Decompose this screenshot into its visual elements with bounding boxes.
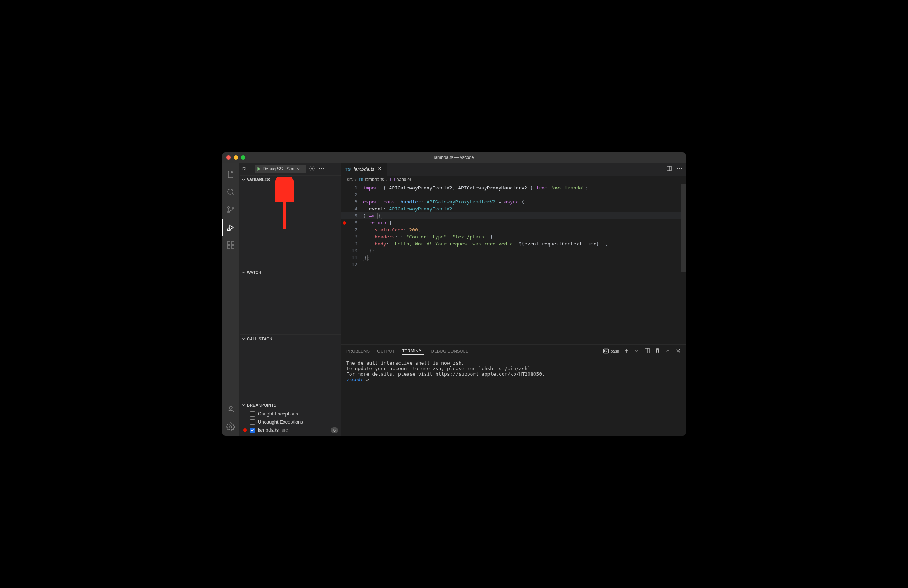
variables-label: VARIABLES — [247, 177, 270, 182]
editor-more-button[interactable] — [676, 166, 683, 173]
code-line[interactable]: 12 — [341, 261, 686, 268]
line-number: 2 — [348, 192, 363, 198]
callstack-section-header[interactable]: CALL STACK — [240, 335, 341, 343]
code-line[interactable]: 1import { APIGatewayProxyEventV2, APIGat… — [341, 184, 686, 191]
svg-point-12 — [230, 426, 232, 428]
close-icon — [377, 166, 382, 171]
minimap[interactable] — [681, 184, 686, 345]
code-line[interactable]: 9 body: `Hello, World! Your request was … — [341, 240, 686, 247]
code-line[interactable]: 6 return { — [341, 219, 686, 226]
chevron-down-icon — [241, 403, 246, 408]
close-window-button[interactable] — [226, 155, 231, 160]
checkbox[interactable] — [250, 428, 255, 433]
watch-section-header[interactable]: WATCH — [240, 268, 341, 276]
split-terminal-button[interactable] — [644, 348, 650, 354]
bp-caught-label: Caught Exceptions — [258, 411, 298, 417]
terminal-body[interactable]: The default interactive shell is now zsh… — [341, 357, 686, 436]
activity-settings[interactable] — [222, 418, 240, 436]
bc-folder[interactable]: src — [347, 177, 353, 182]
search-icon — [226, 188, 235, 197]
line-number: 6 — [348, 220, 363, 226]
split-editor-button[interactable] — [666, 166, 672, 173]
chevron-up-icon — [665, 348, 671, 354]
kill-terminal-button[interactable] — [655, 348, 660, 354]
sidebar-title: RU… — [243, 167, 253, 171]
activity-account[interactable] — [222, 400, 240, 418]
extensions-icon — [226, 241, 235, 250]
svg-point-2 — [227, 207, 229, 208]
panel-tab-problems[interactable]: PROBLEMS — [346, 347, 370, 355]
launch-config-selector[interactable]: Debug SST Star — [254, 165, 306, 173]
activity-scm[interactable] — [222, 201, 240, 219]
minimize-window-button[interactable] — [233, 155, 238, 160]
code-line[interactable]: 3export const handler: APIGatewayProxyHa… — [341, 198, 686, 205]
activity-explorer[interactable] — [222, 166, 240, 183]
svg-point-19 — [677, 168, 678, 169]
code-line[interactable]: 11}; — [341, 254, 686, 261]
line-number: 7 — [348, 227, 363, 232]
terminal-line: To update your account to use zsh, pleas… — [346, 366, 681, 371]
account-icon — [226, 405, 235, 414]
scrollbar-thumb[interactable] — [681, 184, 686, 272]
panel-tab-terminal[interactable]: TERMINAL — [402, 347, 424, 355]
checkbox[interactable] — [250, 419, 255, 425]
code-line[interactable]: 5) => { — [341, 212, 686, 219]
breakpoints-label: BREAKPOINTS — [247, 403, 276, 408]
terminal-line: For more details, please visit https://s… — [346, 371, 681, 377]
editor-tab-actions — [666, 163, 686, 176]
terminal-shell-picker[interactable]: bash — [603, 348, 619, 354]
branch-icon — [226, 205, 235, 214]
code-line[interactable]: 10 }; — [341, 247, 686, 254]
maximize-panel-button[interactable] — [665, 348, 671, 354]
chevron-down-icon — [634, 348, 640, 354]
editor-tabs: TS lambda.ts — [341, 163, 686, 176]
code-line[interactable]: 2 — [341, 191, 686, 198]
bp-item[interactable]: lambda.ts src 6 — [250, 426, 338, 434]
breakpoint-dot-icon — [243, 428, 247, 432]
bp-uncaught-exceptions[interactable]: Uncaught Exceptions — [250, 418, 338, 426]
terminal-dropdown[interactable] — [634, 348, 640, 354]
activity-extensions[interactable] — [222, 236, 240, 254]
lang-badge: TS — [346, 167, 351, 171]
activity-debug[interactable] — [222, 219, 240, 236]
zoom-window-button[interactable] — [241, 155, 245, 160]
panel-tab-output[interactable]: OUTPUT — [377, 347, 395, 355]
open-launch-json-button[interactable] — [308, 165, 316, 173]
chevron-right-icon: › — [386, 177, 388, 182]
activity-search[interactable] — [222, 183, 240, 201]
code-editor[interactable]: 1import { APIGatewayProxyEventV2, APIGat… — [341, 184, 686, 345]
ellipsis-icon — [319, 166, 325, 171]
bc-file[interactable]: TS lambda.ts — [359, 177, 384, 182]
breakpoints-body: Caught Exceptions Uncaught Exceptions la… — [240, 409, 341, 436]
checkbox[interactable] — [250, 411, 255, 417]
debug-more-button[interactable] — [318, 165, 325, 173]
panel-tab-debugconsole[interactable]: DEBUG CONSOLE — [431, 347, 468, 355]
files-icon — [226, 170, 235, 179]
breakpoint-icon[interactable] — [343, 221, 346, 225]
titlebar[interactable]: lambda.ts — vscode — [222, 152, 686, 163]
variables-section-header[interactable]: VARIABLES — [240, 176, 341, 184]
bc-symbol[interactable]: handler — [390, 177, 411, 182]
code-line[interactable]: 8 headers: { "Content-Type": "text/plain… — [341, 233, 686, 240]
run-debug-sidebar: RU… Debug SST Star VARIABLES — [240, 163, 341, 436]
breakpoints-section-header[interactable]: BREAKPOINTS — [240, 401, 341, 409]
svg-point-21 — [681, 168, 682, 169]
plus-icon — [624, 348, 629, 354]
chevron-down-icon — [241, 177, 246, 182]
close-tab-button[interactable] — [377, 166, 382, 172]
bp-caught-exceptions[interactable]: Caught Exceptions — [250, 410, 338, 418]
line-number: 4 — [348, 206, 363, 211]
code-line[interactable]: 4 event: APIGatewayProxyEventV2 — [341, 205, 686, 212]
method-icon — [390, 177, 395, 182]
terminal-prompt[interactable]: vscode > — [346, 377, 681, 382]
close-panel-button[interactable] — [675, 348, 681, 354]
ts-icon: TS — [359, 178, 364, 182]
svg-point-11 — [229, 406, 232, 409]
close-icon — [675, 348, 681, 354]
chevron-down-icon — [241, 336, 246, 342]
code-line[interactable]: 7 statusCode: 200, — [341, 226, 686, 233]
tab-lambda-ts[interactable]: TS lambda.ts — [341, 163, 387, 176]
callstack-body — [240, 343, 341, 401]
new-terminal-button[interactable] — [624, 348, 629, 354]
breadcrumbs[interactable]: src › TS lambda.ts › handler — [341, 176, 686, 184]
